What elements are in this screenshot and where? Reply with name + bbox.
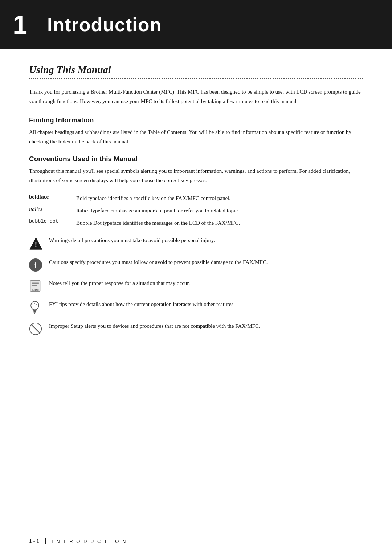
convention-term-boldface: boldface [29,194,76,200]
svg-point-9 [31,301,39,310]
note-row: Note Notes tell you the proper response … [29,279,363,293]
finding-info-heading: Finding Information [29,116,363,124]
chapter-title: Introduction [47,14,162,36]
warning-icon: ! [29,237,43,250]
warning-icon-cell: ! [29,236,49,250]
convention-term-italics: italics [29,206,76,212]
fyi-text: FYI tips provide details about how the c… [49,300,363,309]
content-area: Thank you for purchasing a Brother Multi… [0,87,392,335]
footer-chapter-label: I N T R O D U C T I O N [52,539,127,544]
chapter-header: 1 Introduction [0,0,392,49]
note-text: Notes tell you the proper response for a… [49,279,363,288]
page-footer: 1 - 1 I N T R O D U C T I O N [29,538,363,544]
svg-rect-5 [32,282,39,282]
improper-setup-text: Improper Setup alerts you to devices and… [49,322,363,331]
note-icon: Note [29,279,42,293]
svg-text:Note: Note [32,289,39,292]
svg-line-14 [37,304,37,305]
svg-line-18 [31,324,40,333]
intro-paragraph: Thank you for purchasing a Brother Multi… [29,87,363,106]
footer-page-number: 1 - 1 [29,538,39,544]
svg-point-16 [34,314,36,314]
svg-rect-7 [32,285,37,286]
svg-rect-10 [33,310,36,311]
conventions-body: Throughout this manual you'll see specia… [29,167,363,185]
section-heading: Using This Manual [29,64,363,76]
svg-rect-6 [32,283,39,284]
svg-rect-11 [33,311,36,313]
improper-setup-row: Improper Setup alerts you to devices and… [29,322,363,335]
convention-desc-mono: Bubble Dot typeface identifies the messa… [76,219,363,227]
warning-text: Warnings detail precautions you must tak… [49,236,363,245]
convention-table: boldface Bold typeface identifies a spec… [29,194,363,227]
finding-info-body: All chapter headings and subheadings are… [29,128,363,146]
caution-row: i Cautions specify procedures you must f… [29,258,363,272]
improper-setup-icon [29,322,42,335]
svg-text:!: ! [35,241,37,249]
caution-icon-cell: i [29,258,49,272]
svg-line-13 [33,304,33,305]
convention-desc-boldface: Bold typeface identifies a specific key … [76,194,363,203]
caution-icon: i [29,258,42,272]
convention-desc-italics: Italics typeface emphasize an important … [76,206,363,215]
conventions-heading: Conventions Used in this Manual [29,155,363,163]
fyi-icon [29,301,41,314]
warning-row: ! Warnings detail precautions you must t… [29,236,363,250]
convention-row-mono: bubble dot Bubble Dot typeface identifie… [29,219,363,227]
section-separator [29,78,363,79]
convention-row-boldface: boldface Bold typeface identifies a spec… [29,194,363,203]
improper-setup-icon-cell [29,322,49,335]
chapter-number: 1 [0,7,40,43]
svg-text:i: i [34,261,37,270]
footer-separator [45,538,46,544]
caution-text: Cautions specify procedures you must fol… [49,258,363,267]
note-icon-cell: Note [29,279,49,293]
fyi-row: FYI tips provide details about how the c… [29,300,363,314]
section-title: Using This Manual [29,64,363,76]
convention-term-mono: bubble dot [29,219,76,224]
page-container: 1 Introduction Using This Manual Thank y… [0,0,392,555]
convention-row-italics: italics Italics typeface emphasize an im… [29,206,363,215]
fyi-icon-cell [29,300,49,314]
